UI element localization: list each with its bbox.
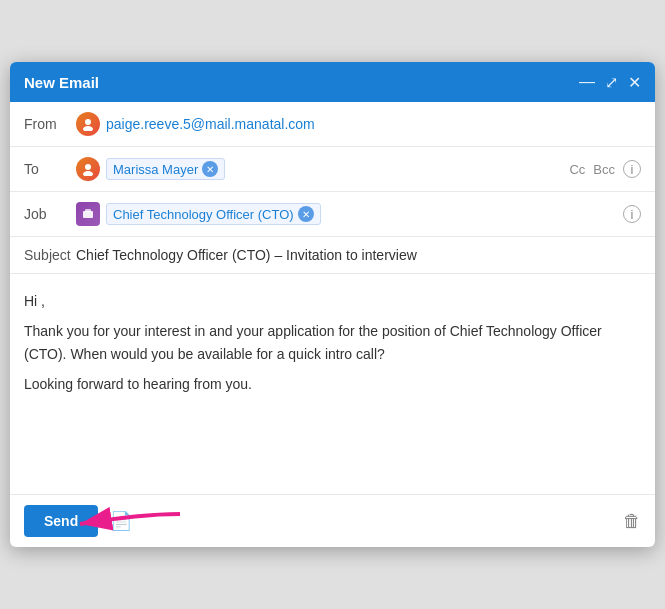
attachment-icon[interactable]: 📄	[110, 510, 132, 532]
from-content: paige.reeve.5@mail.manatal.com	[76, 112, 641, 136]
job-info: i	[623, 205, 641, 223]
email-window: New Email — ⤢ ✕ From paige.reeve.5@mail.…	[10, 62, 655, 547]
window-controls: — ⤢ ✕	[579, 73, 641, 92]
job-label: Job	[24, 206, 76, 222]
minimize-button[interactable]: —	[579, 73, 595, 91]
svg-rect-4	[83, 211, 93, 218]
from-email: paige.reeve.5@mail.manatal.com	[106, 116, 315, 132]
svg-point-3	[83, 171, 93, 176]
to-row: To Marissa Mayer ✕ Cc Bcc i	[10, 147, 655, 192]
to-content: Marissa Mayer ✕	[76, 157, 569, 181]
job-remove-button[interactable]: ✕	[298, 206, 314, 222]
compose-area[interactable]: Hi , Thank you for your interest in and …	[10, 274, 655, 494]
bcc-button[interactable]: Bcc	[593, 162, 615, 177]
footer: Send 📄 🗑	[10, 494, 655, 547]
cc-bcc-controls: Cc Bcc i	[569, 160, 641, 178]
maximize-button[interactable]: ⤢	[605, 73, 618, 92]
subject-row: Subject Chief Technology Officer (CTO) –…	[10, 237, 655, 274]
subject-label: Subject	[24, 247, 76, 263]
cc-button[interactable]: Cc	[569, 162, 585, 177]
job-avatar	[76, 202, 100, 226]
job-info-icon[interactable]: i	[623, 205, 641, 223]
compose-line3: Looking forward to hearing from you.	[24, 373, 641, 395]
to-name: Marissa Mayer	[113, 162, 198, 177]
subject-text[interactable]: Chief Technology Officer (CTO) – Invitat…	[76, 247, 417, 263]
from-avatar	[76, 112, 100, 136]
to-remove-button[interactable]: ✕	[202, 161, 218, 177]
to-avatar	[76, 157, 100, 181]
compose-line2: Thank you for your interest in and your …	[24, 320, 641, 365]
svg-point-0	[85, 119, 91, 125]
svg-rect-5	[85, 209, 91, 212]
to-info-icon[interactable]: i	[623, 160, 641, 178]
svg-point-2	[85, 164, 91, 170]
from-label: From	[24, 116, 76, 132]
svg-point-1	[83, 126, 93, 131]
send-button[interactable]: Send	[24, 505, 98, 537]
close-button[interactable]: ✕	[628, 73, 641, 92]
window-title: New Email	[24, 74, 99, 91]
job-name: Chief Technology Officer (CTO)	[113, 207, 294, 222]
from-row: From paige.reeve.5@mail.manatal.com	[10, 102, 655, 147]
titlebar: New Email — ⤢ ✕	[10, 62, 655, 102]
to-tag[interactable]: Marissa Mayer ✕	[106, 158, 225, 180]
email-body: From paige.reeve.5@mail.manatal.com To M…	[10, 102, 655, 547]
job-row: Job Chief Technology Officer (CTO) ✕ i	[10, 192, 655, 237]
job-tag[interactable]: Chief Technology Officer (CTO) ✕	[106, 203, 321, 225]
delete-icon[interactable]: 🗑	[623, 511, 641, 532]
job-content: Chief Technology Officer (CTO) ✕	[76, 202, 623, 226]
compose-line1: Hi ,	[24, 290, 641, 312]
to-label: To	[24, 161, 76, 177]
